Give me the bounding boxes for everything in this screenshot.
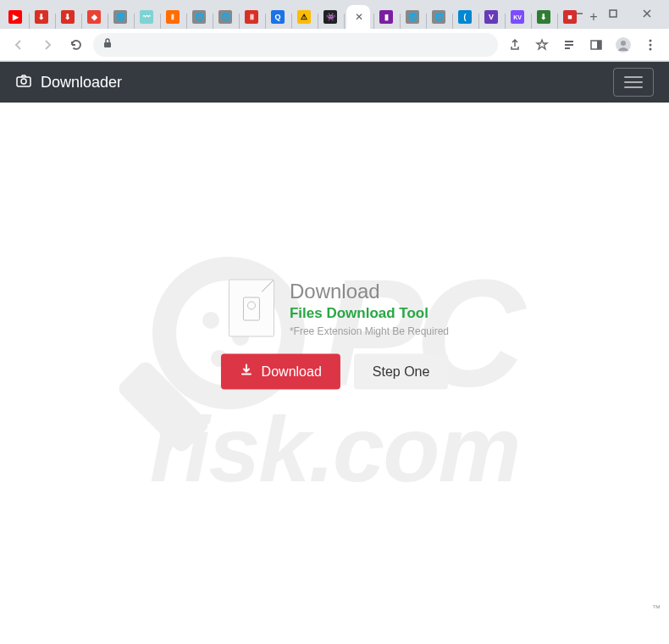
- reading-list-button[interactable]: [557, 33, 581, 57]
- page-content: PC risk.com Downloader Download Files Do…: [0, 62, 669, 618]
- side-panel-button[interactable]: [584, 33, 608, 57]
- tab-7[interactable]: 🌐: [189, 5, 209, 29]
- lock-icon: [102, 37, 113, 53]
- svg-rect-2: [104, 42, 111, 47]
- omnibox-input[interactable]: [120, 38, 489, 52]
- svg-rect-4: [597, 41, 601, 49]
- tab-3[interactable]: ◆: [84, 5, 104, 29]
- bookmark-button[interactable]: [530, 33, 554, 57]
- tab-15[interactable]: 🌐: [402, 5, 423, 29]
- svg-point-6: [621, 41, 626, 46]
- tab-14[interactable]: ▮: [376, 5, 396, 29]
- svg-point-8: [650, 43, 652, 46]
- step-one-button[interactable]: Step One: [354, 354, 449, 390]
- download-note: *Free Extension Might Be Required: [290, 325, 449, 337]
- tab-12[interactable]: 👾: [320, 5, 340, 29]
- tab-17[interactable]: (: [455, 5, 475, 29]
- browser-toolbar: [0, 29, 669, 61]
- tab-close-icon[interactable]: ✕: [355, 11, 363, 23]
- share-button[interactable]: [503, 33, 527, 57]
- tab-5[interactable]: 〰: [136, 5, 157, 29]
- back-button[interactable]: [7, 33, 30, 57]
- tab-16[interactable]: 🌐: [428, 5, 449, 29]
- tab-10[interactable]: Q: [268, 5, 288, 29]
- new-tab-button[interactable]: +: [582, 5, 605, 29]
- download-button-label: Download: [262, 364, 322, 380]
- profile-button[interactable]: [611, 33, 635, 57]
- menu-button[interactable]: [639, 33, 662, 57]
- download-heading: Download: [290, 280, 449, 303]
- omnibox[interactable]: [93, 33, 498, 57]
- hamburger-icon: [624, 73, 643, 92]
- tab-0[interactable]: ▶: [5, 5, 25, 29]
- reload-button[interactable]: [64, 33, 88, 57]
- navbar-title: Downloader: [41, 74, 122, 92]
- tab-9[interactable]: ⏸: [241, 5, 262, 29]
- tab-active[interactable]: ✕: [346, 5, 370, 29]
- svg-point-9: [650, 47, 652, 50]
- tab-2[interactable]: ⬇: [58, 5, 78, 29]
- svg-point-11: [21, 79, 26, 84]
- navbar-brand[interactable]: Downloader: [15, 72, 122, 93]
- tab-8[interactable]: 🌐: [215, 5, 235, 29]
- tab-6[interactable]: ⦀: [163, 5, 183, 29]
- download-button[interactable]: Download: [221, 354, 340, 390]
- tab-11[interactable]: ⚠: [294, 5, 314, 29]
- file-icon: [229, 280, 274, 337]
- tab-18[interactable]: V: [481, 5, 501, 29]
- download-subheading: Files Download Tool: [290, 305, 449, 322]
- site-navbar: Downloader: [0, 62, 669, 103]
- step-one-label: Step One: [373, 364, 430, 380]
- tab-21[interactable]: ■: [560, 5, 580, 29]
- tab-4[interactable]: 🌐: [110, 5, 130, 29]
- forward-button[interactable]: [36, 33, 59, 57]
- download-icon: [240, 364, 253, 380]
- download-panel: Download Files Download Tool *Free Exten…: [220, 280, 449, 390]
- navbar-toggle-button[interactable]: [613, 68, 654, 97]
- tab-19[interactable]: KV: [507, 5, 528, 29]
- camera-icon: [15, 72, 32, 93]
- tab-1[interactable]: ⬇: [31, 5, 52, 29]
- trademark-symbol: ™: [652, 603, 661, 613]
- browser-chrome: ▶ ⬇ ⬇ ◆ 🌐 〰 ⦀ 🌐 🌐 ⏸ Q ⚠ 👾 ✕ ▮ 🌐 🌐 ( V KV…: [0, 0, 669, 62]
- svg-point-7: [650, 39, 652, 42]
- tab-strip: ▶ ⬇ ⬇ ◆ 🌐 〰 ⦀ 🌐 🌐 ⏸ Q ⚠ 👾 ✕ ▮ 🌐 🌐 ( V KV…: [0, 0, 669, 29]
- tab-20[interactable]: ⬇: [534, 5, 554, 29]
